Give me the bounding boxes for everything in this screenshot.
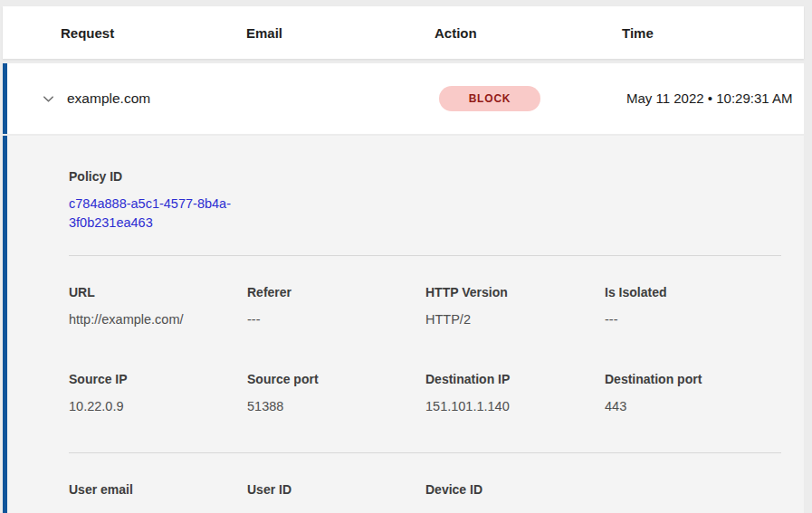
field-value: --- xyxy=(425,508,605,513)
field-user-email: User email --- xyxy=(69,481,247,513)
field-http-version: HTTP Version HTTP/2 xyxy=(425,284,605,328)
column-header-time: Time xyxy=(622,25,804,41)
row-detail-panel: Policy ID c784a888-a5c1-4577-8b4a-3f0b23… xyxy=(3,136,804,513)
policy-id-link[interactable]: c784a888-a5c1-4577-8b4a-3f0b231ea463 xyxy=(69,195,250,233)
field-label: User email xyxy=(69,481,247,498)
table-header-row: Request Email Action Time xyxy=(3,6,804,59)
field-value: --- xyxy=(247,310,425,328)
policy-id-label: Policy ID xyxy=(69,168,781,185)
gateway-log-page: Request Email Action Time example.com BL… xyxy=(0,0,812,513)
field-label: Device ID xyxy=(425,481,605,498)
field-source-port: Source port 51388 xyxy=(247,371,425,415)
divider xyxy=(69,255,781,256)
field-label: Destination port xyxy=(605,371,781,387)
divider xyxy=(69,452,781,453)
field-label: Source IP xyxy=(69,371,247,387)
detail-fields-row-network: Source IP 10.22.0.9 Source port 51388 De… xyxy=(69,371,781,415)
field-label: Referer xyxy=(247,284,425,300)
column-header-request: Request xyxy=(61,25,246,41)
table-row[interactable]: example.com BLOCK May 11 2022 • 10:29:31… xyxy=(3,63,804,134)
field-label: Source port xyxy=(247,371,425,387)
field-user-id: User ID --- xyxy=(247,481,425,513)
field-label: Is Isolated xyxy=(605,284,781,300)
field-value: --- xyxy=(605,310,781,328)
field-value: 51388 xyxy=(247,397,425,415)
field-empty xyxy=(605,481,781,513)
field-url: URL http://example.com/ xyxy=(69,284,247,328)
field-device-id: Device ID --- xyxy=(425,481,605,513)
detail-fields-row-user: User email --- User ID --- Device ID --- xyxy=(69,481,781,513)
field-destination-port: Destination port 443 xyxy=(605,371,781,415)
field-source-ip: Source IP 10.22.0.9 xyxy=(69,371,247,415)
field-value: --- xyxy=(69,508,247,513)
field-value: HTTP/2 xyxy=(425,310,605,328)
chevron-down-icon[interactable] xyxy=(40,90,56,107)
field-label: HTTP Version xyxy=(425,284,605,300)
field-value: --- xyxy=(247,508,425,513)
policy-id-section: Policy ID c784a888-a5c1-4577-8b4a-3f0b23… xyxy=(69,168,781,233)
field-label: Destination IP xyxy=(425,371,605,387)
field-is-isolated: Is Isolated --- xyxy=(605,284,781,328)
field-referer: Referer --- xyxy=(247,284,425,328)
field-destination-ip: Destination IP 151.101.1.140 xyxy=(425,371,605,415)
field-label: User ID xyxy=(247,481,425,498)
field-value: 443 xyxy=(605,397,781,415)
detail-fields-row-http: URL http://example.com/ Referer --- HTTP… xyxy=(69,284,781,328)
field-value: 10.22.0.9 xyxy=(69,397,247,415)
row-request-value: example.com xyxy=(65,90,251,107)
field-label: URL xyxy=(69,284,247,300)
field-value: 151.101.1.140 xyxy=(425,397,605,415)
status-badge-block: BLOCK xyxy=(439,86,540,111)
row-action-cell: BLOCK xyxy=(439,86,626,111)
row-time-value: May 11 2022 • 10:29:31 AM xyxy=(626,88,797,109)
log-table: Request Email Action Time example.com BL… xyxy=(3,6,804,513)
column-header-action: Action xyxy=(435,25,622,41)
field-value: http://example.com/ xyxy=(69,310,247,328)
column-header-email: Email xyxy=(246,25,435,41)
